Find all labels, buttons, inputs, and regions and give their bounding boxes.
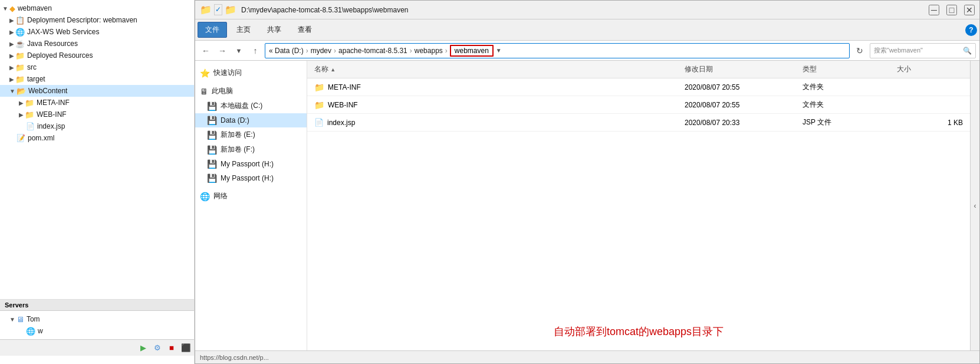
maximize-button[interactable]: □ bbox=[946, 5, 957, 15]
tree-item-index-jsp[interactable]: 📄 index.jsp bbox=[0, 120, 194, 132]
nav-drive-h2[interactable]: 💾 My Passport (H:) bbox=[195, 171, 307, 185]
tree-item-target[interactable]: ▶ 📁 target bbox=[0, 73, 194, 85]
nav-this-pc[interactable]: 🖥 此电脑 bbox=[195, 84, 307, 99]
window-controls: ─ □ ✕ bbox=[929, 5, 975, 15]
tree-item-deployment-descriptor[interactable]: ▶ 📋 Deployment Descriptor: webmaven bbox=[0, 14, 194, 26]
file-size-meta-inf bbox=[895, 86, 965, 88]
tree-item-jax-ws[interactable]: ▶ 🌐 JAX-WS Web Services bbox=[0, 26, 194, 38]
file-row-meta-inf[interactable]: 📁 META-INF 2020/08/07 20:55 文件夹 bbox=[307, 78, 970, 96]
tree-item-tomcat-child[interactable]: 🌐 w bbox=[0, 325, 194, 337]
status-text: https://blog.csdn.net/p... bbox=[200, 354, 269, 361]
collapse-button[interactable]: ‹ bbox=[970, 61, 979, 350]
project-tree: ▼ ◆ webmaven ▶ 📋 Deployment Descriptor: … bbox=[0, 0, 194, 299]
nav-drive-d[interactable]: 💾 Data (D:) bbox=[195, 113, 307, 127]
jaxws-icon: 🌐 bbox=[15, 28, 25, 37]
nav-label-drive-f: 新加卷 (F:) bbox=[221, 145, 255, 155]
tree-item-web-inf[interactable]: ▶ 📁 WEB-INF bbox=[0, 109, 194, 120]
help-button[interactable]: ? bbox=[965, 24, 977, 36]
explorer-path: D:\mydev\apache-tomcat-8.5.31\webapps\we… bbox=[241, 6, 929, 14]
tree-label-tomcat: Tom bbox=[27, 315, 40, 323]
windows-explorer-panel: 📁 ✓ 📁 D:\mydev\apache-tomcat-8.5.31\weba… bbox=[195, 0, 980, 364]
tree-item-src[interactable]: ▶ 📁 src bbox=[0, 61, 194, 73]
folder-icon-web-inf: 📁 bbox=[314, 100, 324, 110]
this-pc-icon: 🖥 bbox=[200, 87, 208, 96]
eclipse-project-panel: ▼ ◆ webmaven ▶ 📋 Deployment Descriptor: … bbox=[0, 0, 195, 364]
breadcrumb-current: webmaven bbox=[450, 45, 494, 57]
drive-d-icon: 💾 bbox=[207, 116, 217, 125]
explorer-toolbar: 文件 主页 共享 查看 ? bbox=[195, 19, 979, 41]
stop-button[interactable]: ■ bbox=[166, 342, 177, 354]
tree-label-web-inf: WEB-INF bbox=[37, 110, 67, 119]
tab-home[interactable]: 主页 bbox=[229, 22, 258, 37]
title-bar-icons: 📁 ✓ 📁 bbox=[200, 4, 236, 15]
tree-item-tomcat[interactable]: ▼ 🖥 Tom bbox=[0, 313, 194, 325]
nav-label-network: 网络 bbox=[213, 191, 228, 201]
parent-dir-button[interactable]: ↑ bbox=[248, 44, 262, 58]
forward-button[interactable]: → bbox=[215, 44, 229, 58]
publish-button[interactable]: ⬛ bbox=[180, 342, 192, 354]
explorer-title-bar: 📁 ✓ 📁 D:\mydev\apache-tomcat-8.5.31\weba… bbox=[195, 1, 979, 19]
breadcrumb-item-3: apache-tomcat-8.5.31 bbox=[338, 47, 407, 55]
nav-drive-h1[interactable]: 💾 My Passport (H:) bbox=[195, 157, 307, 171]
breadcrumb-item-2: mydev bbox=[311, 47, 331, 55]
nav-label-drive-h2: My Passport (H:) bbox=[221, 174, 274, 182]
nav-drive-f[interactable]: 💾 新加卷 (F:) bbox=[195, 142, 307, 157]
file-list-header: 名称 ▲ 修改日期 类型 大小 bbox=[307, 61, 970, 78]
tree-label-src: src bbox=[27, 63, 37, 71]
tree-item-webmaven[interactable]: ▼ ◆ webmaven bbox=[0, 2, 194, 14]
search-box[interactable]: 搜索"webmaven" 🔍 bbox=[870, 43, 976, 58]
expand-arrow: ▶ bbox=[9, 53, 14, 59]
breadcrumb-sep-1: › bbox=[306, 47, 308, 55]
nav-quick-access[interactable]: ⭐ 快速访问 bbox=[195, 65, 307, 80]
nav-drive-c[interactable]: 💾 本地磁盘 (C:) bbox=[195, 99, 307, 113]
breadcrumb-bar[interactable]: « Data (D:) › mydev › apache-tomcat-8.5.… bbox=[265, 43, 850, 58]
expand-arrow: ▶ bbox=[19, 100, 24, 106]
project-icon: ◆ bbox=[9, 4, 15, 13]
expand-arrow: ▶ bbox=[9, 76, 14, 83]
breadcrumb-chevron: ▼ bbox=[496, 47, 502, 54]
file-type-index-jsp: JSP 文件 bbox=[800, 116, 895, 129]
tree-item-meta-inf[interactable]: ▶ 📁 META-INF bbox=[0, 97, 194, 109]
file-row-index-jsp[interactable]: 📄 index.jsp 2020/08/07 20:33 JSP 文件 1 KB bbox=[307, 114, 970, 132]
nav-network[interactable]: 🌐 网络 bbox=[195, 189, 307, 204]
drive-h1-icon: 💾 bbox=[207, 159, 217, 169]
up-button[interactable]: ▼ bbox=[232, 44, 246, 58]
drive-f-icon: 💾 bbox=[207, 145, 217, 155]
folder-icon: 📁 bbox=[25, 110, 34, 119]
run-button[interactable]: ▶ bbox=[137, 342, 149, 354]
debug-button[interactable]: ⚙ bbox=[152, 342, 163, 354]
tree-label-jaxws: JAX-WS Web Services bbox=[27, 28, 99, 36]
expand-arrow: ▶ bbox=[9, 29, 14, 35]
tree-item-webcontent[interactable]: ▼ 📂 WebContent bbox=[0, 85, 194, 97]
tree-item-pom-xml[interactable]: 📝 pom.xml bbox=[0, 132, 194, 144]
back-button[interactable]: ← bbox=[199, 44, 213, 58]
expand-arrow: ▼ bbox=[9, 316, 15, 323]
drive-c-icon: 💾 bbox=[207, 101, 217, 111]
tree-label-deployed-resources: Deployed Resources bbox=[27, 51, 93, 60]
header-date: 修改日期 bbox=[682, 63, 800, 76]
folder-icon: 📁 bbox=[15, 75, 25, 84]
header-size: 大小 bbox=[895, 63, 965, 76]
breadcrumb-item-1: « Data (D:) bbox=[269, 47, 304, 55]
tab-share[interactable]: 共享 bbox=[260, 22, 288, 37]
file-row-web-inf[interactable]: 📁 WEB-INF 2020/08/07 20:55 文件夹 bbox=[307, 96, 970, 114]
breadcrumb-sep-3: › bbox=[410, 47, 412, 55]
file-size-web-inf bbox=[895, 104, 965, 106]
nav-drive-e[interactable]: 💾 新加卷 (E:) bbox=[195, 127, 307, 142]
tree-item-deployed-resources[interactable]: ▶ 📁 Deployed Resources bbox=[0, 50, 194, 61]
java-icon: ☕ bbox=[15, 40, 25, 48]
annotation-label: 自动部署到tomcat的webapps目录下 bbox=[554, 326, 724, 337]
tree-label-java-resources: Java Resources bbox=[27, 40, 78, 48]
network-icon: 🌐 bbox=[200, 192, 210, 201]
folder-icon: 📁 bbox=[25, 99, 34, 107]
refresh-button[interactable]: ↻ bbox=[852, 43, 867, 58]
tab-view[interactable]: 查看 bbox=[291, 22, 319, 37]
servers-label: Servers bbox=[5, 301, 28, 309]
close-button[interactable]: ✕ bbox=[964, 5, 975, 15]
tree-label-index-jsp: index.jsp bbox=[37, 122, 65, 130]
file-date-web-inf: 2020/08/07 20:55 bbox=[682, 100, 800, 110]
file-date-index-jsp: 2020/08/07 20:33 bbox=[682, 117, 800, 128]
tab-file[interactable]: 文件 bbox=[198, 22, 227, 38]
tree-item-java-resources[interactable]: ▶ ☕ Java Resources bbox=[0, 38, 194, 50]
minimize-button[interactable]: ─ bbox=[929, 5, 939, 15]
